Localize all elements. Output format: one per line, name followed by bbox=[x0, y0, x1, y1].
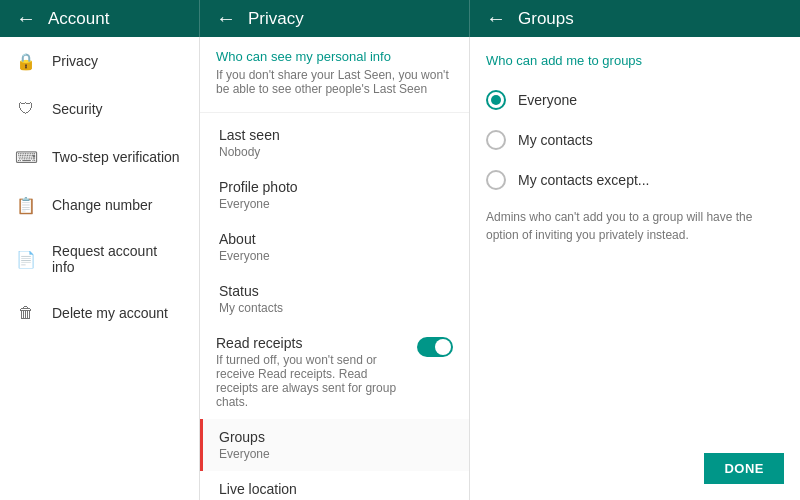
sidebar-item-request-info[interactable]: 📄 Request account info bbox=[0, 229, 199, 289]
privacy-section-desc: If you don't share your Last Seen, you w… bbox=[200, 68, 469, 108]
groups-option-my-contacts[interactable]: My contacts bbox=[470, 120, 800, 160]
clipboard-icon: 📋 bbox=[16, 195, 36, 215]
privacy-item-live-location[interactable]: Live location None bbox=[200, 471, 469, 500]
radio-everyone bbox=[486, 90, 506, 110]
sidebar-item-security[interactable]: 🛡 Security bbox=[0, 85, 199, 133]
lock-icon: 🔒 bbox=[16, 51, 36, 71]
account-header: ← Account bbox=[0, 0, 200, 37]
privacy-item-read-receipts[interactable]: Read receipts If turned off, you won't s… bbox=[200, 325, 469, 419]
sidebar-label-delete: Delete my account bbox=[52, 305, 168, 321]
privacy-header: ← Privacy bbox=[200, 0, 470, 37]
sidebar-item-change-number[interactable]: 📋 Change number bbox=[0, 181, 199, 229]
groups-label-my-contacts: My contacts bbox=[518, 132, 593, 148]
account-title: Account bbox=[48, 9, 109, 29]
privacy-item-about[interactable]: About Everyone bbox=[200, 221, 469, 273]
groups-section-header: Who can add me to groups bbox=[470, 37, 800, 80]
read-receipts-toggle[interactable] bbox=[417, 337, 453, 357]
groups-option-everyone[interactable]: Everyone bbox=[470, 80, 800, 120]
account-back-arrow[interactable]: ← bbox=[16, 7, 36, 30]
groups-option-my-contacts-except[interactable]: My contacts except... bbox=[470, 160, 800, 200]
radio-inner-everyone bbox=[491, 95, 501, 105]
radio-my-contacts bbox=[486, 130, 506, 150]
sidebar-item-privacy[interactable]: 🔒 Privacy bbox=[0, 37, 199, 85]
privacy-panel: Who can see my personal info If you don'… bbox=[200, 37, 470, 500]
done-button[interactable]: DONE bbox=[704, 453, 784, 484]
privacy-title: Privacy bbox=[248, 9, 304, 29]
shield-icon: 🛡 bbox=[16, 99, 36, 119]
radio-my-contacts-except bbox=[486, 170, 506, 190]
sidebar-label-security: Security bbox=[52, 101, 103, 117]
sidebar-label-request-info: Request account info bbox=[52, 243, 183, 275]
trash-icon: 🗑 bbox=[16, 303, 36, 323]
privacy-item-status[interactable]: Status My contacts bbox=[200, 273, 469, 325]
groups-label-everyone: Everyone bbox=[518, 92, 577, 108]
groups-back-arrow[interactable]: ← bbox=[486, 7, 506, 30]
groups-panel: Who can add me to groups Everyone My con… bbox=[470, 37, 800, 500]
groups-description: Admins who can't add you to a group will… bbox=[470, 200, 800, 260]
privacy-back-arrow[interactable]: ← bbox=[216, 7, 236, 30]
groups-label-my-contacts-except: My contacts except... bbox=[518, 172, 650, 188]
account-panel: 🔒 Privacy 🛡 Security ⌨ Two-step verifica… bbox=[0, 37, 200, 500]
groups-header: ← Groups bbox=[470, 0, 800, 37]
privacy-section-header: Who can see my personal info bbox=[200, 37, 469, 68]
sidebar-item-delete[interactable]: 🗑 Delete my account bbox=[0, 289, 199, 337]
sidebar-label-change-number: Change number bbox=[52, 197, 152, 213]
sidebar-item-two-step[interactable]: ⌨ Two-step verification bbox=[0, 133, 199, 181]
sidebar-label-two-step: Two-step verification bbox=[52, 149, 180, 165]
privacy-item-profile-photo[interactable]: Profile photo Everyone bbox=[200, 169, 469, 221]
toggle-knob bbox=[435, 339, 451, 355]
document-icon: 📄 bbox=[16, 249, 36, 269]
privacy-item-last-seen[interactable]: Last seen Nobody bbox=[200, 117, 469, 169]
privacy-item-groups[interactable]: Groups Everyone bbox=[200, 419, 469, 471]
keyboard-icon: ⌨ bbox=[16, 147, 36, 167]
sidebar-label-privacy: Privacy bbox=[52, 53, 98, 69]
groups-title: Groups bbox=[518, 9, 574, 29]
